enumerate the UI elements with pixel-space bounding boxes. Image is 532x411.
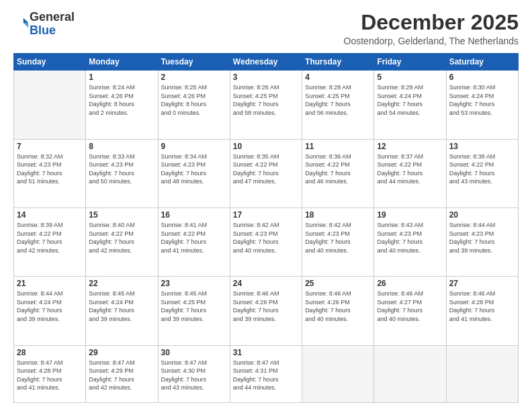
- weekday-header-row: Sunday Monday Tuesday Wednesday Thursday…: [14, 54, 519, 71]
- day-number: 13: [449, 142, 515, 151]
- header-wednesday: Wednesday: [230, 54, 302, 71]
- day-number: 27: [449, 279, 515, 288]
- day-number: 9: [161, 142, 227, 151]
- day-info: Sunrise: 8:43 AMSunset: 4:23 PMDaylight:…: [377, 221, 443, 255]
- day-number: 2: [161, 73, 227, 82]
- day-info: Sunrise: 8:46 AMSunset: 4:26 PMDaylight:…: [305, 289, 371, 323]
- day-info: Sunrise: 8:42 AMSunset: 4:23 PMDaylight:…: [305, 221, 371, 255]
- day-number: 6: [449, 73, 515, 82]
- table-row: 26Sunrise: 8:46 AMSunset: 4:27 PMDayligh…: [374, 277, 446, 345]
- table-row: 14Sunrise: 8:39 AMSunset: 4:22 PMDayligh…: [14, 208, 86, 276]
- day-number: 17: [233, 210, 299, 220]
- table-row: 3Sunrise: 8:26 AMSunset: 4:25 PMDaylight…: [230, 71, 302, 139]
- day-info: Sunrise: 8:40 AMSunset: 4:22 PMDaylight:…: [89, 221, 154, 255]
- day-info: Sunrise: 8:24 AMSunset: 4:26 PMDaylight:…: [89, 83, 154, 117]
- logo: General Blue: [13, 11, 75, 38]
- day-number: 30: [161, 348, 227, 357]
- day-info: Sunrise: 8:25 AMSunset: 4:26 PMDaylight:…: [161, 83, 227, 117]
- day-info: Sunrise: 8:26 AMSunset: 4:25 PMDaylight:…: [233, 83, 299, 117]
- header-sunday: Sunday: [14, 54, 86, 71]
- table-row: 10Sunrise: 8:35 AMSunset: 4:22 PMDayligh…: [230, 139, 302, 208]
- day-number: 10: [233, 142, 299, 151]
- day-number: 12: [377, 142, 443, 151]
- table-row: 4Sunrise: 8:28 AMSunset: 4:25 PMDaylight…: [302, 71, 374, 139]
- table-row: [14, 71, 86, 139]
- table-row: 9Sunrise: 8:34 AMSunset: 4:23 PMDaylight…: [158, 139, 230, 208]
- title-block: December 2025 Oostendorp, Gelderland, Th…: [344, 11, 519, 46]
- table-row: 23Sunrise: 8:45 AMSunset: 4:25 PMDayligh…: [158, 277, 230, 345]
- day-number: 14: [17, 210, 83, 220]
- page: General Blue December 2025 Oostendorp, G…: [0, 0, 532, 411]
- day-info: Sunrise: 8:28 AMSunset: 4:25 PMDaylight:…: [305, 83, 371, 117]
- header-friday: Friday: [374, 54, 446, 71]
- month-title: December 2025: [344, 11, 519, 34]
- svg-marker-1: [24, 23, 28, 28]
- day-info: Sunrise: 8:45 AMSunset: 4:25 PMDaylight:…: [161, 289, 227, 323]
- table-row: 19Sunrise: 8:43 AMSunset: 4:23 PMDayligh…: [374, 208, 446, 276]
- day-number: 28: [17, 348, 83, 357]
- day-info: Sunrise: 8:42 AMSunset: 4:23 PMDaylight:…: [233, 221, 299, 255]
- table-row: 24Sunrise: 8:46 AMSunset: 4:26 PMDayligh…: [230, 277, 302, 345]
- day-info: Sunrise: 8:41 AMSunset: 4:22 PMDaylight:…: [161, 221, 227, 255]
- day-number: 20: [449, 210, 515, 220]
- day-info: Sunrise: 8:29 AMSunset: 4:24 PMDaylight:…: [377, 83, 443, 117]
- day-number: 11: [305, 142, 371, 151]
- day-number: 18: [305, 210, 371, 220]
- day-number: 1: [89, 73, 154, 82]
- day-info: Sunrise: 8:35 AMSunset: 4:22 PMDaylight:…: [233, 152, 299, 186]
- day-number: 4: [305, 73, 371, 82]
- day-number: 25: [305, 279, 371, 288]
- day-number: 5: [377, 73, 443, 82]
- table-row: 20Sunrise: 8:44 AMSunset: 4:23 PMDayligh…: [446, 208, 518, 276]
- table-row: 7Sunrise: 8:32 AMSunset: 4:23 PMDaylight…: [14, 139, 86, 208]
- table-row: [446, 345, 518, 402]
- table-row: 2Sunrise: 8:25 AMSunset: 4:26 PMDaylight…: [158, 71, 230, 139]
- table-row: 25Sunrise: 8:46 AMSunset: 4:26 PMDayligh…: [302, 277, 374, 345]
- header: General Blue December 2025 Oostendorp, G…: [13, 11, 519, 46]
- table-row: 8Sunrise: 8:33 AMSunset: 4:23 PMDaylight…: [86, 139, 158, 208]
- table-row: 28Sunrise: 8:47 AMSunset: 4:28 PMDayligh…: [14, 345, 86, 402]
- logo-general-text: General: [30, 10, 75, 24]
- table-row: 12Sunrise: 8:37 AMSunset: 4:22 PMDayligh…: [374, 139, 446, 208]
- day-info: Sunrise: 8:45 AMSunset: 4:24 PMDaylight:…: [89, 289, 154, 323]
- table-row: 29Sunrise: 8:47 AMSunset: 4:29 PMDayligh…: [86, 345, 158, 402]
- day-info: Sunrise: 8:34 AMSunset: 4:23 PMDaylight:…: [161, 152, 227, 186]
- table-row: 6Sunrise: 8:30 AMSunset: 4:24 PMDaylight…: [446, 71, 518, 139]
- table-row: 30Sunrise: 8:47 AMSunset: 4:30 PMDayligh…: [158, 345, 230, 402]
- header-thursday: Thursday: [302, 54, 374, 71]
- table-row: 1Sunrise: 8:24 AMSunset: 4:26 PMDaylight…: [86, 71, 158, 139]
- calendar-table: Sunday Monday Tuesday Wednesday Thursday…: [13, 53, 519, 403]
- table-row: 27Sunrise: 8:46 AMSunset: 4:28 PMDayligh…: [446, 277, 518, 345]
- table-row: 16Sunrise: 8:41 AMSunset: 4:22 PMDayligh…: [158, 208, 230, 276]
- day-number: 21: [17, 279, 83, 288]
- day-info: Sunrise: 8:47 AMSunset: 4:28 PMDaylight:…: [17, 359, 83, 392]
- day-info: Sunrise: 8:32 AMSunset: 4:23 PMDaylight:…: [17, 152, 83, 186]
- table-row: [302, 345, 374, 402]
- table-row: 17Sunrise: 8:42 AMSunset: 4:23 PMDayligh…: [230, 208, 302, 276]
- day-number: 29: [89, 348, 154, 357]
- logo-blue-text: Blue: [30, 24, 56, 37]
- table-row: 11Sunrise: 8:36 AMSunset: 4:22 PMDayligh…: [302, 139, 374, 208]
- day-number: 8: [89, 142, 154, 151]
- day-info: Sunrise: 8:47 AMSunset: 4:30 PMDaylight:…: [161, 359, 227, 392]
- day-info: Sunrise: 8:38 AMSunset: 4:22 PMDaylight:…: [449, 152, 515, 186]
- day-number: 31: [233, 348, 299, 357]
- day-info: Sunrise: 8:39 AMSunset: 4:22 PMDaylight:…: [17, 221, 83, 255]
- location-title: Oostendorp, Gelderland, The Netherlands: [344, 36, 519, 46]
- svg-marker-0: [24, 17, 28, 22]
- day-number: 24: [233, 279, 299, 288]
- table-row: 31Sunrise: 8:47 AMSunset: 4:31 PMDayligh…: [230, 345, 302, 402]
- day-info: Sunrise: 8:44 AMSunset: 4:24 PMDaylight:…: [17, 289, 83, 323]
- day-info: Sunrise: 8:46 AMSunset: 4:28 PMDaylight:…: [449, 289, 515, 323]
- table-row: 5Sunrise: 8:29 AMSunset: 4:24 PMDaylight…: [374, 71, 446, 139]
- logo-icon: [15, 15, 30, 30]
- day-number: 7: [17, 142, 83, 151]
- day-number: 26: [377, 279, 443, 288]
- day-number: 15: [89, 210, 154, 220]
- table-row: 13Sunrise: 8:38 AMSunset: 4:22 PMDayligh…: [446, 139, 518, 208]
- header-tuesday: Tuesday: [158, 54, 230, 71]
- day-number: 3: [233, 73, 299, 82]
- table-row: 18Sunrise: 8:42 AMSunset: 4:23 PMDayligh…: [302, 208, 374, 276]
- day-number: 19: [377, 210, 443, 220]
- day-info: Sunrise: 8:30 AMSunset: 4:24 PMDaylight:…: [449, 83, 515, 117]
